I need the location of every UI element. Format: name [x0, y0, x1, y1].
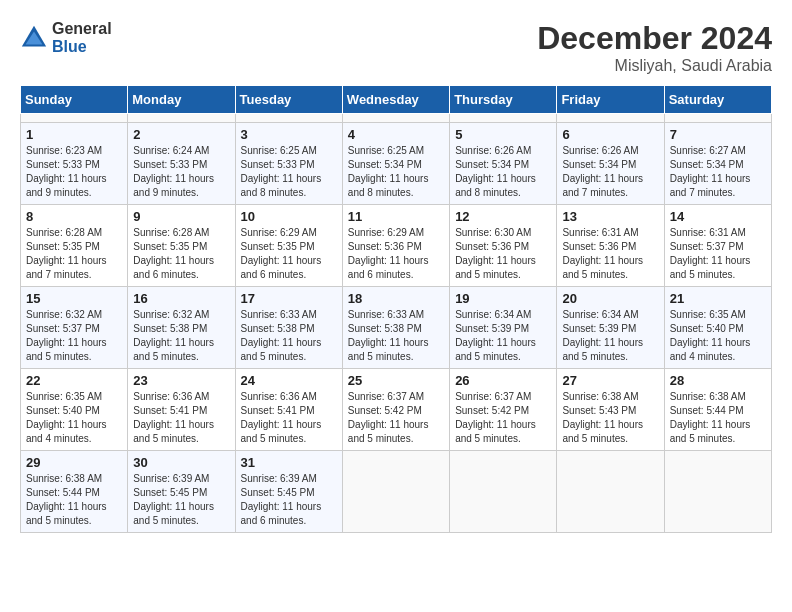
day-number: 13 [562, 209, 658, 224]
day-number: 25 [348, 373, 444, 388]
logo: General Blue [20, 20, 112, 56]
table-row [342, 451, 449, 533]
table-row [450, 451, 557, 533]
day-info: Sunrise: 6:33 AMSunset: 5:38 PMDaylight:… [348, 308, 444, 364]
logo-text: General Blue [52, 20, 112, 56]
day-info: Sunrise: 6:32 AMSunset: 5:37 PMDaylight:… [26, 308, 122, 364]
day-info: Sunrise: 6:31 AMSunset: 5:37 PMDaylight:… [670, 226, 766, 282]
day-number: 8 [26, 209, 122, 224]
day-info: Sunrise: 6:36 AMSunset: 5:41 PMDaylight:… [241, 390, 337, 446]
table-row: 23Sunrise: 6:36 AMSunset: 5:41 PMDayligh… [128, 369, 235, 451]
calendar-week-4: 15Sunrise: 6:32 AMSunset: 5:37 PMDayligh… [21, 287, 772, 369]
day-number: 7 [670, 127, 766, 142]
table-row: 6Sunrise: 6:26 AMSunset: 5:34 PMDaylight… [557, 123, 664, 205]
day-info: Sunrise: 6:34 AMSunset: 5:39 PMDaylight:… [455, 308, 551, 364]
day-info: Sunrise: 6:39 AMSunset: 5:45 PMDaylight:… [241, 472, 337, 528]
day-number: 29 [26, 455, 122, 470]
day-info: Sunrise: 6:38 AMSunset: 5:43 PMDaylight:… [562, 390, 658, 446]
day-number: 26 [455, 373, 551, 388]
table-row: 14Sunrise: 6:31 AMSunset: 5:37 PMDayligh… [664, 205, 771, 287]
table-row [557, 114, 664, 123]
table-row: 4Sunrise: 6:25 AMSunset: 5:34 PMDaylight… [342, 123, 449, 205]
calendar-week-5: 22Sunrise: 6:35 AMSunset: 5:40 PMDayligh… [21, 369, 772, 451]
day-number: 2 [133, 127, 229, 142]
day-number: 14 [670, 209, 766, 224]
day-number: 17 [241, 291, 337, 306]
table-row: 27Sunrise: 6:38 AMSunset: 5:43 PMDayligh… [557, 369, 664, 451]
table-row: 13Sunrise: 6:31 AMSunset: 5:36 PMDayligh… [557, 205, 664, 287]
calendar-week-3: 8Sunrise: 6:28 AMSunset: 5:35 PMDaylight… [21, 205, 772, 287]
day-number: 21 [670, 291, 766, 306]
page-header: General Blue December 2024 Misliyah, Sau… [20, 20, 772, 75]
day-number: 19 [455, 291, 551, 306]
table-row: 25Sunrise: 6:37 AMSunset: 5:42 PMDayligh… [342, 369, 449, 451]
day-number: 3 [241, 127, 337, 142]
day-info: Sunrise: 6:38 AMSunset: 5:44 PMDaylight:… [26, 472, 122, 528]
day-info: Sunrise: 6:25 AMSunset: 5:34 PMDaylight:… [348, 144, 444, 200]
day-info: Sunrise: 6:24 AMSunset: 5:33 PMDaylight:… [133, 144, 229, 200]
table-row: 31Sunrise: 6:39 AMSunset: 5:45 PMDayligh… [235, 451, 342, 533]
day-info: Sunrise: 6:25 AMSunset: 5:33 PMDaylight:… [241, 144, 337, 200]
table-row: 20Sunrise: 6:34 AMSunset: 5:39 PMDayligh… [557, 287, 664, 369]
calendar-week-1 [21, 114, 772, 123]
table-row: 29Sunrise: 6:38 AMSunset: 5:44 PMDayligh… [21, 451, 128, 533]
day-number: 27 [562, 373, 658, 388]
location: Misliyah, Saudi Arabia [537, 57, 772, 75]
table-row: 9Sunrise: 6:28 AMSunset: 5:35 PMDaylight… [128, 205, 235, 287]
day-info: Sunrise: 6:23 AMSunset: 5:33 PMDaylight:… [26, 144, 122, 200]
table-row: 11Sunrise: 6:29 AMSunset: 5:36 PMDayligh… [342, 205, 449, 287]
day-info: Sunrise: 6:29 AMSunset: 5:35 PMDaylight:… [241, 226, 337, 282]
table-row [664, 114, 771, 123]
calendar-week-2: 1Sunrise: 6:23 AMSunset: 5:33 PMDaylight… [21, 123, 772, 205]
day-info: Sunrise: 6:32 AMSunset: 5:38 PMDaylight:… [133, 308, 229, 364]
day-info: Sunrise: 6:26 AMSunset: 5:34 PMDaylight:… [455, 144, 551, 200]
calendar-week-6: 29Sunrise: 6:38 AMSunset: 5:44 PMDayligh… [21, 451, 772, 533]
day-info: Sunrise: 6:34 AMSunset: 5:39 PMDaylight:… [562, 308, 658, 364]
day-info: Sunrise: 6:37 AMSunset: 5:42 PMDaylight:… [455, 390, 551, 446]
day-info: Sunrise: 6:26 AMSunset: 5:34 PMDaylight:… [562, 144, 658, 200]
table-row [235, 114, 342, 123]
table-row: 5Sunrise: 6:26 AMSunset: 5:34 PMDaylight… [450, 123, 557, 205]
table-row [557, 451, 664, 533]
table-row: 2Sunrise: 6:24 AMSunset: 5:33 PMDaylight… [128, 123, 235, 205]
day-number: 11 [348, 209, 444, 224]
table-row: 21Sunrise: 6:35 AMSunset: 5:40 PMDayligh… [664, 287, 771, 369]
day-number: 28 [670, 373, 766, 388]
day-number: 31 [241, 455, 337, 470]
table-row: 3Sunrise: 6:25 AMSunset: 5:33 PMDaylight… [235, 123, 342, 205]
table-row [450, 114, 557, 123]
day-info: Sunrise: 6:31 AMSunset: 5:36 PMDaylight:… [562, 226, 658, 282]
calendar-header-row: Sunday Monday Tuesday Wednesday Thursday… [21, 86, 772, 114]
day-info: Sunrise: 6:30 AMSunset: 5:36 PMDaylight:… [455, 226, 551, 282]
day-number: 15 [26, 291, 122, 306]
col-thursday: Thursday [450, 86, 557, 114]
table-row: 26Sunrise: 6:37 AMSunset: 5:42 PMDayligh… [450, 369, 557, 451]
day-number: 30 [133, 455, 229, 470]
day-info: Sunrise: 6:28 AMSunset: 5:35 PMDaylight:… [133, 226, 229, 282]
day-number: 4 [348, 127, 444, 142]
day-number: 6 [562, 127, 658, 142]
day-info: Sunrise: 6:35 AMSunset: 5:40 PMDaylight:… [670, 308, 766, 364]
day-number: 16 [133, 291, 229, 306]
col-monday: Monday [128, 86, 235, 114]
day-number: 20 [562, 291, 658, 306]
table-row: 12Sunrise: 6:30 AMSunset: 5:36 PMDayligh… [450, 205, 557, 287]
day-number: 9 [133, 209, 229, 224]
day-info: Sunrise: 6:28 AMSunset: 5:35 PMDaylight:… [26, 226, 122, 282]
table-row: 30Sunrise: 6:39 AMSunset: 5:45 PMDayligh… [128, 451, 235, 533]
table-row: 19Sunrise: 6:34 AMSunset: 5:39 PMDayligh… [450, 287, 557, 369]
table-row [664, 451, 771, 533]
table-row [128, 114, 235, 123]
title-section: December 2024 Misliyah, Saudi Arabia [537, 20, 772, 75]
col-tuesday: Tuesday [235, 86, 342, 114]
day-number: 10 [241, 209, 337, 224]
day-number: 1 [26, 127, 122, 142]
table-row: 1Sunrise: 6:23 AMSunset: 5:33 PMDaylight… [21, 123, 128, 205]
col-saturday: Saturday [664, 86, 771, 114]
table-row: 17Sunrise: 6:33 AMSunset: 5:38 PMDayligh… [235, 287, 342, 369]
table-row: 22Sunrise: 6:35 AMSunset: 5:40 PMDayligh… [21, 369, 128, 451]
table-row: 10Sunrise: 6:29 AMSunset: 5:35 PMDayligh… [235, 205, 342, 287]
table-row [342, 114, 449, 123]
day-number: 24 [241, 373, 337, 388]
day-info: Sunrise: 6:37 AMSunset: 5:42 PMDaylight:… [348, 390, 444, 446]
